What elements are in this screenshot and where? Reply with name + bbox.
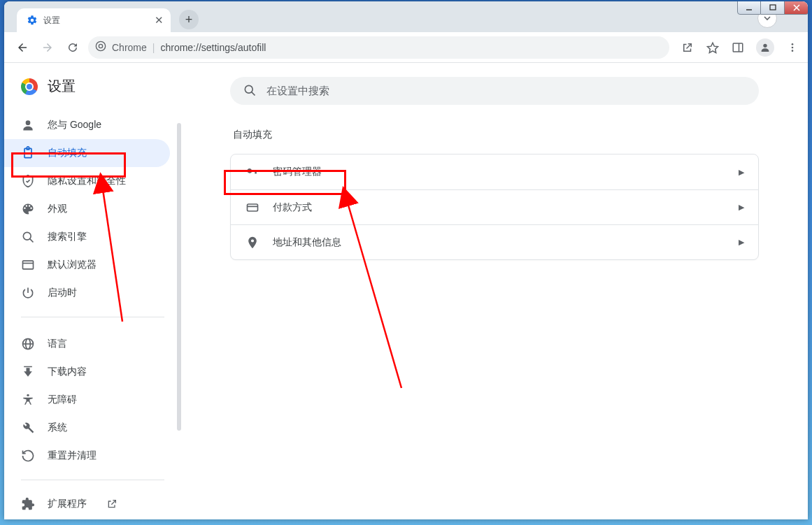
reload-button[interactable]	[63, 38, 83, 57]
nav-accessibility[interactable]: 无障碍	[4, 386, 170, 414]
svg-point-5	[99, 44, 102, 48]
chrome-logo-icon	[21, 78, 38, 95]
chrome-url-icon	[95, 41, 106, 54]
minimize-button[interactable]	[737, 1, 761, 15]
nav-label: 外观	[48, 203, 67, 215]
nav-section-secondary: 语言 下载内容 无障碍 系统	[4, 327, 178, 470]
nav-default-browser[interactable]: 默认浏览器	[4, 251, 170, 279]
palette-icon	[21, 202, 35, 216]
nav-label: 启动时	[48, 287, 77, 299]
nav-label: 您与 Google	[48, 119, 101, 131]
nav-label: 系统	[48, 422, 67, 434]
tab-strip: 设置 ✕ +	[4, 1, 808, 32]
chevron-right-icon: ▶	[739, 168, 744, 177]
nav-label: 默认浏览器	[48, 259, 97, 271]
profile-avatar[interactable]	[756, 38, 774, 57]
svg-point-9	[763, 43, 767, 47]
svg-rect-1	[770, 5, 776, 10]
page-title-text: 设置	[48, 77, 76, 96]
gear-icon	[27, 15, 38, 26]
omnibox-scheme: Chrome	[112, 42, 147, 53]
chevron-right-icon: ▶	[739, 238, 744, 247]
svg-point-10	[792, 43, 794, 45]
svg-marker-6	[708, 43, 718, 52]
nav-extensions[interactable]: 扩展程序	[4, 490, 170, 518]
nav-label: 自动填充	[48, 147, 87, 159]
star-icon[interactable]	[706, 41, 720, 55]
nav-languages[interactable]: 语言	[4, 330, 170, 358]
nav-autofill[interactable]: 自动填充	[4, 139, 170, 167]
svg-point-4	[96, 41, 105, 50]
svg-point-11	[792, 46, 794, 48]
svg-point-22	[245, 85, 252, 93]
accessibility-icon	[21, 393, 35, 407]
menu-kebab-icon[interactable]	[785, 41, 799, 55]
side-panel-icon[interactable]	[731, 41, 745, 55]
nav-label: 无障碍	[48, 394, 77, 406]
toolbar-right	[675, 38, 799, 57]
globe-icon	[21, 337, 35, 351]
nav-downloads[interactable]: 下载内容	[4, 358, 170, 386]
svg-point-21	[27, 394, 29, 396]
svg-point-13	[26, 120, 31, 125]
close-window-button[interactable]	[785, 1, 808, 15]
browser-icon	[21, 258, 35, 272]
svg-rect-24	[248, 204, 258, 211]
new-tab-button[interactable]: +	[179, 10, 199, 29]
svg-point-14	[23, 232, 31, 240]
row-label: 付款方式	[273, 201, 312, 214]
clipboard-icon	[21, 146, 35, 160]
nav-divider	[21, 317, 164, 317]
tab-close-icon[interactable]: ✕	[155, 14, 164, 27]
power-icon	[21, 286, 35, 300]
row-addresses[interactable]: 地址和其他信息 ▶	[231, 224, 758, 259]
nav-label: 扩展程序	[48, 498, 87, 510]
download-icon	[21, 365, 35, 379]
nav-on-startup[interactable]: 启动时	[4, 279, 170, 307]
row-label: 密码管理器	[273, 166, 322, 178]
wrench-icon	[21, 421, 35, 435]
restore-icon	[21, 449, 35, 463]
key-icon	[245, 164, 260, 180]
svg-line-23	[252, 92, 255, 95]
nav-label: 隐私设置和安全性	[48, 175, 126, 187]
address-bar: Chrome | chrome://settings/autofill	[4, 32, 808, 63]
omnibox[interactable]: Chrome | chrome://settings/autofill	[88, 36, 669, 59]
row-password-manager[interactable]: 密码管理器 ▶	[231, 154, 758, 189]
card-icon	[245, 200, 260, 215]
nav-privacy[interactable]: 隐私设置和安全性	[4, 167, 170, 195]
omnibox-sep: |	[152, 42, 155, 53]
row-payment-methods[interactable]: 付款方式 ▶	[231, 189, 758, 224]
nav-you-and-google[interactable]: 您与 Google	[4, 111, 170, 139]
browser-tab[interactable]: 设置 ✕	[17, 8, 171, 32]
nav-appearance[interactable]: 外观	[4, 195, 170, 223]
nav-label: 重置并清理	[48, 450, 97, 462]
autofill-card: 密码管理器 ▶ 付款方式 ▶ 地址和其他信息 ▶	[230, 154, 759, 260]
svg-line-15	[30, 239, 34, 243]
svg-point-12	[792, 50, 794, 52]
omnibox-url: chrome://settings/autofill	[160, 42, 266, 53]
external-link-icon	[105, 497, 119, 511]
sidebar: 设置 您与 Google 自动填充 隐私设置和安全性	[4, 63, 178, 519]
row-label: 地址和其他信息	[273, 236, 341, 249]
back-button[interactable]	[13, 38, 32, 57]
page-heading: 设置	[4, 63, 178, 108]
nav-reset[interactable]: 重置并清理	[4, 442, 170, 470]
section-heading: 自动填充	[233, 129, 759, 141]
forward-button[interactable]	[38, 38, 57, 57]
nav-system[interactable]: 系统	[4, 414, 170, 442]
nav-label: 语言	[48, 338, 67, 350]
window-frame: 设置 ✕ + Chrome | chrome://settings/autofi…	[4, 1, 808, 519]
nav-search-engine[interactable]: 搜索引擎	[4, 223, 170, 251]
settings-content: 设置 您与 Google 自动填充 隐私设置和安全性	[4, 63, 808, 519]
location-icon	[245, 235, 260, 250]
sidebar-wrap: 设置 您与 Google 自动填充 隐私设置和安全性	[4, 63, 181, 519]
share-icon[interactable]	[681, 41, 695, 55]
svg-rect-16	[23, 261, 34, 269]
window-controls	[737, 1, 808, 15]
search-icon	[21, 230, 35, 244]
settings-search[interactable]: 在设置中搜索	[230, 77, 759, 105]
maximize-button[interactable]	[761, 1, 785, 15]
tab-title: 设置	[43, 15, 60, 27]
svg-rect-7	[733, 43, 743, 52]
